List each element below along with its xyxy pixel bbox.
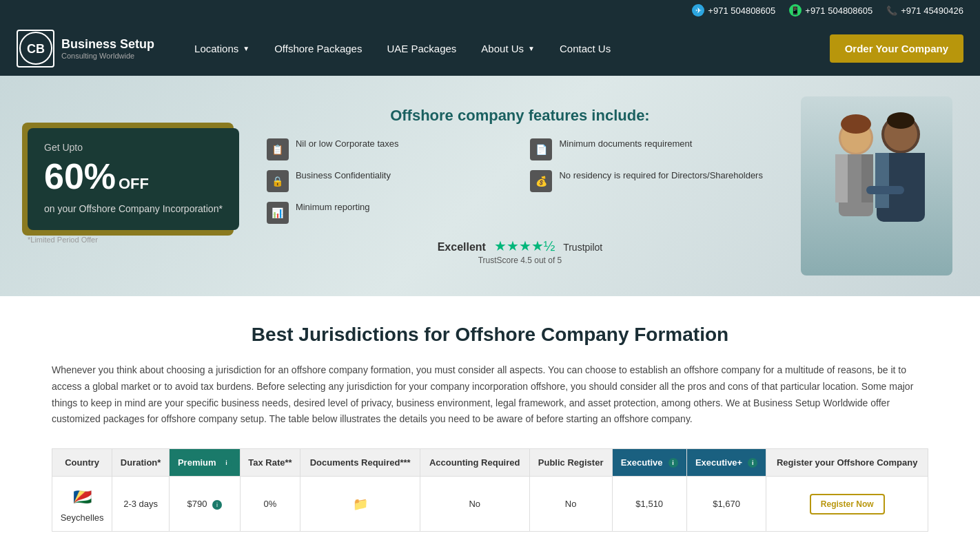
phone-icon: 📞 [886, 6, 897, 16]
svg-rect-9 [835, 154, 848, 202]
navbar: CB Business Setup Consulting Worldwide L… [0, 21, 980, 76]
col-header-country: Country [52, 449, 112, 477]
trust-score: TrustScore 4.5 out of 5 [267, 256, 773, 265]
tax-icon: 📋 [267, 138, 289, 160]
residency-icon: 💰 [530, 170, 552, 192]
nav-item-locations[interactable]: Locations ▼ [182, 21, 262, 76]
promo-percent: 60% [44, 156, 116, 196]
features-area: Offshore company features include: 📋 Nil… [239, 107, 801, 265]
nav-item-offshore[interactable]: Offshore Packages [262, 21, 374, 76]
promo-get-text: Get Upto [44, 142, 223, 153]
trustpilot-excellent: Excellent [438, 241, 486, 253]
whatsapp-link[interactable]: 📱 +971 504808605 [789, 4, 872, 17]
feature-text-3: Business Confidentiality [296, 170, 391, 180]
cell-accounting: No [420, 477, 529, 532]
register-now-button[interactable]: Register Now [810, 494, 885, 514]
promo-off: OFF [119, 175, 149, 192]
jurisdictions-table-wrapper: Country Duration* Premium i Tax Rate** D… [52, 448, 928, 532]
telegram-icon: ✈ [692, 4, 704, 17]
flag-seychelles: 🇸🇨 [70, 485, 94, 510]
folder-icon: 📁 [353, 497, 368, 511]
executive-plus-info-icon[interactable]: i [748, 458, 757, 468]
feature-item-2: 📄 Minimum documents requirement [530, 138, 773, 160]
trustpilot-area: Excellent ★★★★½ Trustpilot TrustScore 4.… [267, 238, 773, 265]
country-name: Seychelles [59, 512, 105, 523]
feature-item-4: 💰 No residency is required for Directors… [530, 170, 773, 192]
col-header-tax: Tax Rate** [240, 449, 300, 477]
feature-text-5: Minimum reporting [296, 202, 370, 212]
col-header-duration: Duration* [112, 449, 170, 477]
feature-item-1: 📋 Nil or low Corporate taxes [267, 138, 510, 160]
feature-text-1: Nil or low Corporate taxes [296, 138, 399, 149]
nav-item-contact[interactable]: Contact Us [547, 21, 623, 76]
cell-docs: 📁 [300, 477, 420, 532]
nav-item-uae[interactable]: UAE Packages [374, 21, 469, 76]
chevron-down-icon: ▼ [243, 45, 249, 52]
premium-info-icon[interactable]: i [222, 458, 232, 468]
promo-area: Get Upto 60% OFF on your Offshore Compan… [28, 128, 239, 244]
logo[interactable]: CB Business Setup Consulting Worldwide [17, 30, 154, 67]
main-content: Best Jurisdictions for Offshore Company … [35, 296, 945, 551]
top-bar: ✈ +971 504808605 📱 +971 504808605 📞 +971… [0, 0, 980, 21]
promo-box: Get Upto 60% OFF on your Offshore Compan… [28, 128, 239, 230]
promo-description: on your Offshore Company Incorporation* [44, 202, 223, 216]
hero-image-area [801, 96, 952, 276]
svg-point-14 [841, 114, 871, 134]
cell-executive: $1,510 [612, 477, 686, 532]
features-grid: 📋 Nil or low Corporate taxes 📄 Minimum d… [267, 138, 773, 224]
order-company-button[interactable]: Order Your Company [830, 34, 963, 63]
logo-sub: Consulting Worldwide [61, 52, 154, 60]
col-header-register: Register your Offshore Company [766, 449, 928, 477]
feature-text-2: Minimum documents requirement [559, 138, 692, 149]
svg-rect-6 [906, 153, 925, 208]
col-header-docs: Documents Required*** [300, 449, 420, 477]
chevron-down-icon-2: ▼ [528, 45, 535, 52]
star-icons: ★★★★½ [494, 238, 555, 253]
cell-premium: $790 i [169, 477, 240, 532]
section-title: Best Jurisdictions for Offshore Company … [52, 324, 928, 346]
table-row: 🇸🇨 Seychelles 2-3 days $790 i 0% 📁 No No… [52, 477, 928, 532]
telegram-link[interactable]: ✈ +971 504808605 [692, 4, 775, 17]
cell-public: No [529, 477, 612, 532]
svg-text:CB: CB [27, 42, 45, 56]
logo-text: Business Setup Consulting Worldwide [61, 37, 154, 60]
col-header-accounting: Accounting Required [420, 449, 529, 477]
cell-register: Register Now [766, 477, 928, 532]
features-title: Offshore company features include: [267, 107, 773, 125]
phone-number: +971 45490426 [901, 6, 963, 16]
feature-item-3: 🔒 Business Confidentiality [267, 170, 510, 192]
hero-section: Get Upto 60% OFF on your Offshore Compan… [0, 76, 980, 296]
col-header-executive: Executive i [612, 449, 686, 477]
executive-info-icon[interactable]: i [668, 458, 678, 468]
hero-image [801, 96, 952, 276]
cell-executive-plus: $1,670 [686, 477, 766, 532]
feature-item-5: 📊 Minimum reporting [267, 202, 510, 224]
svg-rect-10 [861, 154, 873, 202]
telegram-number: +971 504808605 [708, 6, 775, 16]
logo-icon: CB [17, 30, 54, 67]
logo-brand: Business Setup [61, 37, 154, 52]
col-header-premium: Premium i [169, 449, 240, 477]
trustpilot-brand: Trustpilot [563, 242, 602, 253]
cell-tax: 0% [240, 477, 300, 532]
section-description: Whenever you think about choosing a juri… [52, 362, 928, 428]
svg-point-15 [887, 112, 915, 129]
phone-link[interactable]: 📞 +971 45490426 [886, 6, 963, 16]
lock-icon: 🔒 [267, 170, 289, 192]
cell-country: 🇸🇨 Seychelles [52, 477, 112, 532]
promo-discount: 60% OFF [44, 156, 223, 197]
whatsapp-icon: 📱 [789, 4, 802, 17]
people-svg [801, 96, 952, 276]
row-premium-info-icon[interactable]: i [212, 500, 222, 510]
reporting-icon: 📊 [267, 202, 289, 224]
nav-item-about[interactable]: About Us ▼ [469, 21, 547, 76]
svg-rect-11 [866, 186, 904, 194]
cell-duration: 2-3 days [112, 477, 170, 532]
nav-links: Locations ▼ Offshore Packages UAE Packag… [182, 21, 830, 76]
premium-price: $790 [187, 499, 207, 509]
col-header-public: Public Register [529, 449, 612, 477]
svg-rect-5 [875, 153, 889, 208]
promo-limited: *Limited Period Offer [28, 236, 239, 244]
jurisdictions-table: Country Duration* Premium i Tax Rate** D… [52, 448, 928, 532]
feature-text-4: No residency is required for Directors/S… [559, 170, 763, 180]
